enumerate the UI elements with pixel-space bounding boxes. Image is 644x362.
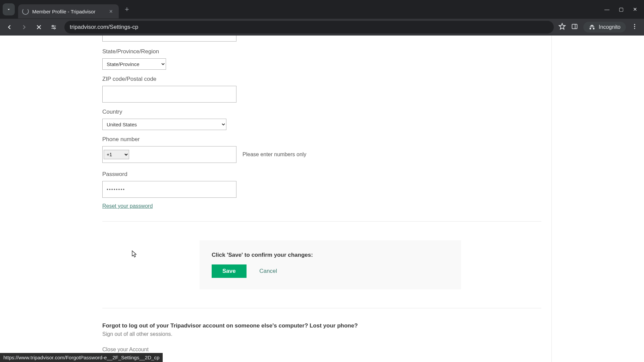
signout-sessions-link[interactable]: Sign out of all other sessions.: [102, 331, 541, 337]
save-button[interactable]: Save: [212, 264, 247, 278]
menu-button[interactable]: [631, 23, 638, 31]
loading-spinner-icon: [22, 8, 29, 15]
save-prompt: Click 'Save' to confirm your changes:: [212, 252, 449, 258]
forward-button[interactable]: [18, 21, 30, 33]
side-panel-icon[interactable]: [571, 23, 578, 31]
zip-label: ZIP code/Postal code: [102, 76, 541, 82]
password-label: Password: [102, 171, 541, 178]
minimize-button[interactable]: —: [604, 6, 609, 12]
close-account-link[interactable]: Close your Account: [102, 347, 149, 352]
url-text: tripadvisor.com/Settings-cp: [70, 24, 138, 31]
svg-rect-4: [572, 24, 577, 28]
close-tab-button[interactable]: ×: [107, 8, 115, 15]
address-bar[interactable]: tripadvisor.com/Settings-cp: [64, 21, 554, 34]
tab-title: Member Profile - Tripadvisor: [32, 9, 107, 14]
status-bar: https://www.tripadvisor.com/ForgotPasswo…: [0, 353, 163, 362]
phone-label: Phone number: [102, 136, 541, 143]
new-tab-button[interactable]: +: [119, 5, 135, 14]
reset-password-link[interactable]: Reset your password: [102, 203, 153, 209]
tab-search-button[interactable]: [3, 3, 15, 15]
window-controls: — ▢ ✕: [604, 6, 641, 12]
logout-prompt: Forgot to log out of your Tripadvisor ac…: [102, 322, 541, 329]
divider: [102, 308, 541, 308]
save-panel: Click 'Save' to confirm your changes: Sa…: [200, 240, 461, 289]
settings-form: State/Province/Region State/Province ZIP…: [102, 36, 541, 362]
country-label: Country: [102, 109, 541, 115]
svg-point-1: [52, 25, 53, 27]
password-input[interactable]: ••••••••: [102, 181, 236, 198]
browser-tab[interactable]: Member Profile - Tripadvisor ×: [18, 4, 119, 18]
svg-point-3: [54, 27, 55, 29]
close-window-button[interactable]: ✕: [633, 6, 637, 12]
divider: [102, 221, 541, 222]
incognito-label: Incognito: [599, 24, 621, 30]
phone-input-container[interactable]: +1: [102, 146, 236, 163]
bookmark-icon[interactable]: [558, 23, 566, 32]
site-settings-icon[interactable]: [48, 21, 60, 33]
back-button[interactable]: [3, 21, 15, 33]
cancel-button[interactable]: Cancel: [259, 268, 277, 274]
browser-tab-bar: Member Profile - Tripadvisor × + — ▢ ✕: [0, 0, 644, 19]
incognito-badge[interactable]: Incognito: [583, 22, 626, 33]
stop-reload-button[interactable]: [33, 21, 45, 33]
city-input-partial[interactable]: [102, 36, 236, 42]
browser-toolbar: tripadvisor.com/Settings-cp Incognito: [0, 19, 644, 36]
maximize-button[interactable]: ▢: [619, 6, 624, 12]
page-viewport: State/Province/Region State/Province ZIP…: [0, 36, 644, 362]
phone-code-select[interactable]: +1: [104, 150, 129, 159]
zip-input[interactable]: [102, 86, 236, 103]
state-select[interactable]: State/Province: [102, 58, 166, 70]
state-label: State/Province/Region: [102, 48, 541, 55]
svg-point-6: [634, 24, 635, 25]
svg-point-7: [634, 26, 635, 27]
svg-point-8: [634, 28, 635, 29]
country-select[interactable]: United States: [102, 119, 226, 130]
incognito-icon: [589, 24, 595, 31]
phone-hint: Please enter numbers only: [243, 152, 306, 158]
